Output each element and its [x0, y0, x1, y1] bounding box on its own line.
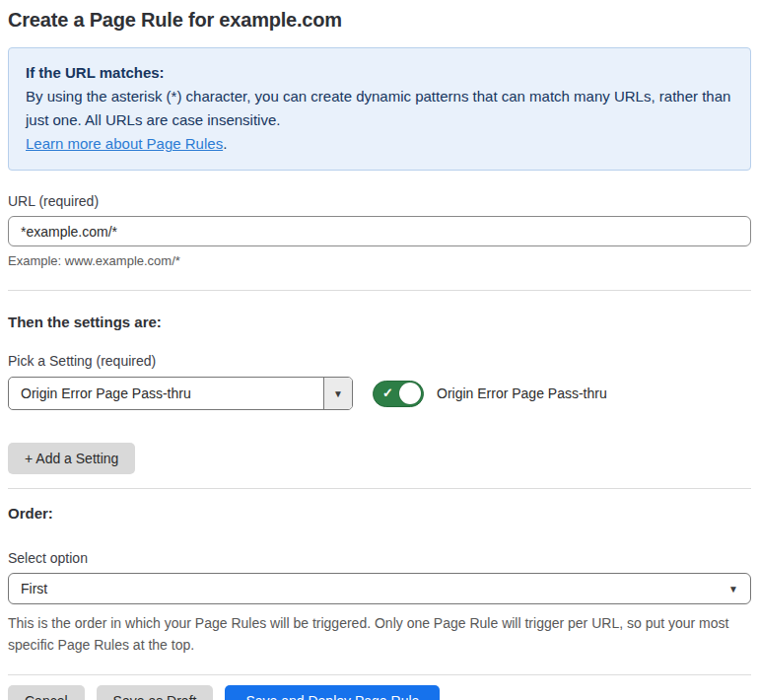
- cancel-button[interactable]: Cancel: [8, 685, 85, 700]
- setting-dropdown-value: Origin Error Page Pass-thru: [9, 378, 323, 409]
- order-helper-text: This is the order in which your Page Rul…: [8, 612, 751, 656]
- url-matches-info-box: If the URL matches: By using the asteris…: [8, 47, 751, 171]
- order-select[interactable]: First ▼: [8, 573, 751, 604]
- footer-button-row: Cancel Save as Draft Save and Deploy Pag…: [8, 685, 751, 700]
- chevron-down-icon: ▼: [728, 584, 738, 595]
- add-setting-button[interactable]: + Add a Setting: [8, 443, 135, 474]
- setting-toggle-group: ✓ Origin Error Page Pass-thru: [373, 381, 607, 407]
- toggle-label: Origin Error Page Pass-thru: [437, 385, 607, 401]
- link-suffix: .: [223, 135, 227, 152]
- order-select-value: First: [21, 581, 47, 596]
- url-input[interactable]: [8, 216, 751, 246]
- save-draft-button[interactable]: Save as Draft: [97, 685, 214, 700]
- info-box-body: By using the asterisk (*) character, you…: [26, 85, 733, 132]
- divider: [8, 290, 751, 291]
- select-option-label: Select option: [8, 550, 751, 566]
- chevron-down-icon[interactable]: ▼: [323, 378, 352, 409]
- info-box-link-line: Learn more about Page Rules.: [26, 132, 733, 156]
- save-deploy-button[interactable]: Save and Deploy Page Rule: [225, 685, 440, 700]
- order-section-heading: Order:: [8, 505, 751, 522]
- divider: [8, 674, 751, 675]
- settings-section-heading: Then the settings are:: [8, 314, 751, 330]
- url-example-helper: Example: www.example.com/*: [8, 253, 751, 268]
- setting-row: Origin Error Page Pass-thru ▼ ✓ Origin E…: [8, 377, 751, 410]
- url-field-label: URL (required): [8, 193, 751, 209]
- pick-setting-label: Pick a Setting (required): [8, 353, 751, 369]
- setting-dropdown[interactable]: Origin Error Page Pass-thru ▼: [8, 377, 353, 410]
- divider: [8, 488, 751, 489]
- check-icon: ✓: [382, 385, 393, 400]
- learn-more-link[interactable]: Learn more about Page Rules: [26, 135, 223, 152]
- toggle-knob: [399, 383, 421, 404]
- info-box-heading: If the URL matches:: [26, 61, 733, 85]
- page-title: Create a Page Rule for example.com: [8, 9, 751, 32]
- origin-error-toggle[interactable]: ✓: [373, 381, 424, 407]
